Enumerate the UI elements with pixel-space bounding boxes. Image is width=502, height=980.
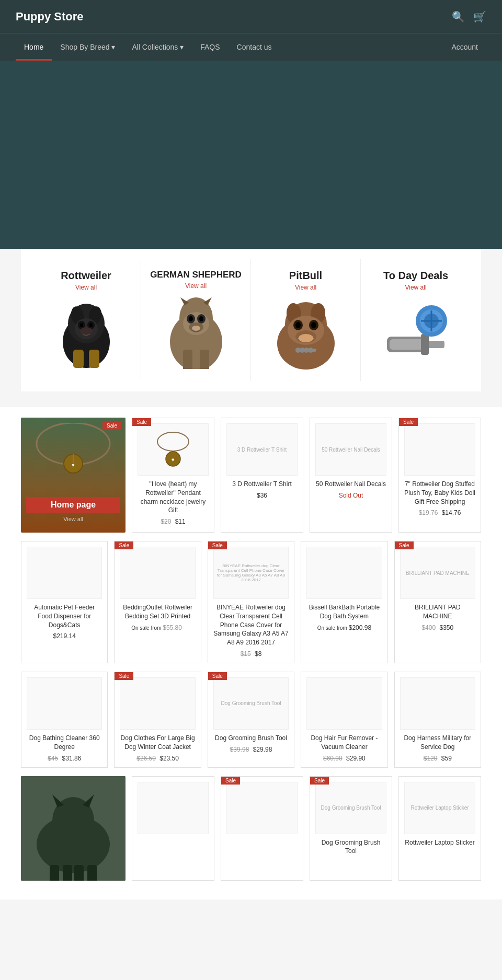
cart-icon[interactable]: 🛒 <box>473 10 486 23</box>
product-name-6: BeddingOutlet Rottweiler Bedding Set 3D … <box>120 603 195 621</box>
sale-label-6: Sale <box>115 541 133 549</box>
category-today-deals[interactable]: To Day Deals View all <box>361 259 471 381</box>
product-image-9: BRILLIANT PAD MACHINE <box>400 547 475 599</box>
category-view-all-german-shepherd[interactable]: View all <box>149 282 243 290</box>
product-card-row4-2[interactable]: Sale <box>221 776 303 881</box>
product-price-6: On sale from $55.80 <box>120 624 195 631</box>
product-card-grooming-brush[interactable]: Sale Dog Grooming Brush Tool Dog Groomin… <box>208 672 294 768</box>
product-card-pet-feeder[interactable]: Automatic Pet Feeder Food Dispenser for … <box>21 541 108 663</box>
svg-point-35 <box>299 334 313 342</box>
svg-rect-11 <box>89 350 99 368</box>
category-image-today-deals <box>369 297 463 371</box>
product-price-11: $26.50 $23.50 <box>120 755 195 762</box>
svg-rect-42 <box>390 339 426 350</box>
svg-rect-23 <box>183 350 192 370</box>
product-price-9: $400 $350 <box>400 624 475 631</box>
product-card-bathing-cleaner[interactable]: Dog Bathing Cleaner 360 Degree $45 $31.8… <box>21 672 108 768</box>
category-german-shepherd[interactable]: GERMAN SHEPHERD View all <box>141 259 251 381</box>
product-price-4: $19.76 $14.76 <box>404 509 475 516</box>
product-image-16 <box>226 782 298 834</box>
product-card-bedding[interactable]: Sale BeddingOutlet Rottweiler Bedding Se… <box>114 541 201 663</box>
svg-point-22 <box>192 326 200 331</box>
product-card-tshirt[interactable]: 3 D Rottweiler T Shirt 3 D Rottweiler T … <box>221 418 303 533</box>
svg-point-19 <box>189 316 193 321</box>
category-view-all-today-deals[interactable]: View all <box>369 284 463 291</box>
product-card-necklace[interactable]: Sale ♥ "I love (heart) my Rottweiler" Pe… <box>132 418 214 533</box>
product-card-laptop-sticker[interactable]: Rottweiler Laptop Sticker Rottweiler Lap… <box>398 776 481 881</box>
product-name-1: "I love (heart) my Rottweiler" Pendant c… <box>138 480 209 515</box>
product-card-brilliant-pad[interactable]: Sale BRILLIANT PAD MACHINE BRILLIANT PAD… <box>394 541 481 663</box>
homepage-banner[interactable]: Sale Home page View all ♥ <box>21 418 126 533</box>
product-image-11 <box>120 677 195 730</box>
product-card-barkbath[interactable]: Bissell BarkBath Portable Dog Bath Syste… <box>301 541 387 663</box>
svg-point-32 <box>295 322 301 328</box>
homepage-banner-title: Home page <box>26 497 120 513</box>
product-image-7: BINYEAE Rottweiler dog Clear Transparent… <box>213 547 289 599</box>
product-price-8: On sale from $200.98 <box>306 624 382 631</box>
product-price-5: $219.14 <box>27 632 102 640</box>
product-image-13 <box>306 677 382 730</box>
product-image-4 <box>404 423 475 476</box>
nav-account[interactable]: Account <box>443 33 486 61</box>
sale-label-1: Sale <box>132 418 151 426</box>
product-image-5 <box>27 547 102 599</box>
product-price-1: $20 $11 <box>138 518 209 525</box>
product-price-2: $36 <box>226 492 298 499</box>
product-card-plush-toy[interactable]: Sale 7" Rottweiler Dog Stuffed Plush Toy… <box>398 418 481 533</box>
nav-faqs[interactable]: FAQS <box>192 33 228 61</box>
nav-all-collections[interactable]: All Collections ▾ <box>123 33 192 61</box>
nav-home[interactable]: Home <box>16 33 52 61</box>
svg-rect-62 <box>50 865 59 881</box>
product-card-dog-clothes[interactable]: Sale Dog Clothes For Large Big Dog Winte… <box>114 672 201 768</box>
product-name-12: Dog Grooming Brush Tool <box>213 734 289 743</box>
bottom-banner[interactable]: Sale <box>21 776 126 881</box>
hero-banner <box>0 61 502 249</box>
nav-shop-by-breed[interactable]: Shop By Breed ▾ <box>52 33 123 61</box>
svg-rect-43 <box>426 341 444 348</box>
search-icon[interactable]: 🔍 <box>452 10 465 23</box>
products-section: Sale Home page View all ♥ Sale <box>0 407 502 900</box>
products-row-2: Automatic Pet Feeder Food Dispenser for … <box>21 541 481 663</box>
product-card-grooming-brush-2[interactable]: Sale Dog Grooming Brush Tool Dog Groomin… <box>310 776 392 881</box>
category-image-rottweiler <box>39 297 133 371</box>
svg-point-7 <box>80 323 83 327</box>
site-logo: Puppy Store <box>16 10 84 24</box>
svg-rect-65 <box>87 865 97 881</box>
product-name-9: BRILLIANT PAD MACHINE <box>400 603 475 621</box>
product-card-row4-1[interactable] <box>132 776 214 881</box>
category-title-rottweiler: Rottweiler <box>39 270 133 282</box>
sale-label-4: Sale <box>399 418 418 426</box>
category-view-all-pitbull[interactable]: View all <box>259 284 352 291</box>
product-image-6 <box>120 547 195 599</box>
svg-point-8 <box>89 323 93 327</box>
category-title-german-shepherd: GERMAN SHEPHERD <box>149 270 243 280</box>
product-name-2: 3 D Rottweiler T Shirt <box>226 480 298 489</box>
product-card-dog-harness[interactable]: Dog Harness Military for Service Dog $12… <box>394 672 481 768</box>
product-name-8: Bissell BarkBath Portable Dog Bath Syste… <box>306 603 382 621</box>
sale-label-row4-3: Sale <box>310 777 329 785</box>
products-row-3: Dog Bathing Cleaner 360 Degree $45 $31.8… <box>21 672 481 768</box>
svg-rect-63 <box>63 865 72 881</box>
sale-label-11: Sale <box>115 672 133 680</box>
header-icons: 🔍 🛒 <box>452 10 486 23</box>
product-name-7: BINYEAE Rottweiler dog Clear Transparent… <box>213 603 289 647</box>
svg-text:♥: ♥ <box>172 457 175 463</box>
product-price-14: $120 $59 <box>400 755 475 762</box>
svg-point-33 <box>311 322 316 328</box>
product-card-phone-case[interactable]: Sale BINYEAE Rottweiler dog Clear Transp… <box>208 541 294 663</box>
category-rottweiler[interactable]: Rottweiler View all <box>31 259 141 381</box>
category-view-all-rottweiler[interactable]: View all <box>39 284 133 291</box>
product-card-nail-decals[interactable]: 50 Rottweiler Nail Decals 50 Rottweiler … <box>310 418 392 533</box>
homepage-banner-viewall[interactable]: View all <box>21 516 126 522</box>
product-image-14 <box>400 677 475 730</box>
category-grid: Rottweiler View all <box>31 259 471 381</box>
nav-left: Home Shop By Breed ▾ All Collections ▾ F… <box>16 33 280 61</box>
nav-contact-us[interactable]: Contact us <box>229 33 280 61</box>
sale-label-7: Sale <box>208 541 227 549</box>
sale-label-row4-2: Sale <box>221 777 240 785</box>
product-price-3: Sold Out <box>315 492 386 499</box>
category-pitbull[interactable]: PitBull View all <box>251 259 361 381</box>
product-name-17: Dog Grooming Brush Tool <box>315 838 386 856</box>
product-name-14: Dog Harness Military for Service Dog <box>400 734 475 752</box>
product-card-hair-remover[interactable]: Dog Hair Fur Remover - Vacuum Cleaner $6… <box>301 672 387 768</box>
